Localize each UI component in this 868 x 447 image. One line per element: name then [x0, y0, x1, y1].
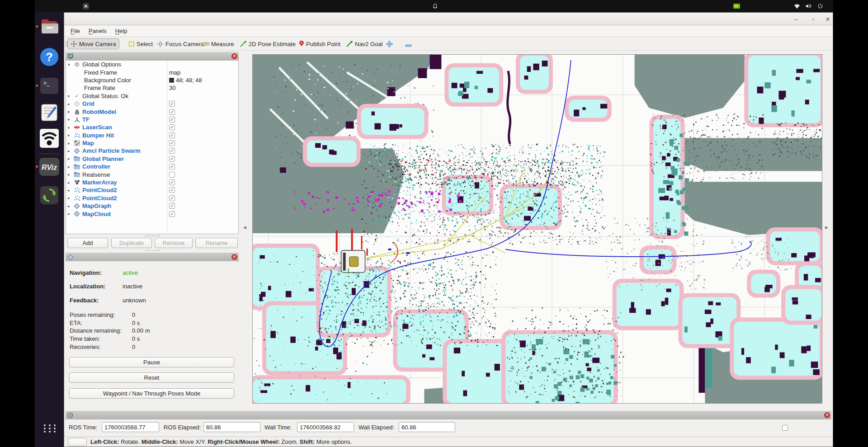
dock-item-wifi[interactable] [39, 128, 60, 149]
pause-button[interactable]: Pause [69, 357, 234, 367]
display-row-mapgraph[interactable]: ▸MapGraph✓ [66, 202, 238, 210]
minimize-button[interactable]: – [792, 15, 800, 23]
dock-item-updater[interactable] [39, 185, 60, 206]
expand-arrow-icon[interactable]: ▸ [68, 180, 72, 185]
enable-checkbox[interactable]: ✓ [169, 140, 175, 146]
duplicate-display-button[interactable]: Duplicate [111, 238, 152, 248]
dock-item-files[interactable] [39, 17, 60, 38]
enable-checkbox[interactable]: ✓ [169, 187, 175, 193]
expand-arrow-icon[interactable]: ▸ [68, 196, 72, 200]
display-row-global-options[interactable]: ▾⚙Global Options [66, 61, 238, 68]
dock-item-rviz[interactable]: RViz [39, 157, 60, 178]
show-applications-button[interactable] [44, 424, 57, 433]
volume-icon[interactable] [805, 0, 812, 12]
expand-arrow-icon[interactable]: ▸ [68, 133, 72, 137]
right-splitter-arrow-icon[interactable]: ▶ [825, 225, 828, 230]
panel-splitter-handle[interactable] [145, 249, 160, 251]
menu-file[interactable]: File [68, 27, 82, 35]
expand-arrow-icon[interactable]: ▸ [68, 165, 72, 169]
display-row-bumper-hit[interactable]: ▸Bumper Hit✓ [66, 132, 238, 139]
enable-checkbox[interactable]: ✓ [169, 148, 175, 154]
display-row-pointcloud2[interactable]: ▸PointCloud2✓ [66, 194, 238, 202]
experimental-checkbox[interactable] [782, 425, 788, 431]
add-display-button[interactable]: Add [67, 238, 108, 248]
tool-publish-point[interactable]: Publish Point [296, 38, 343, 49]
menu-help[interactable]: Help [113, 27, 130, 35]
menu-panels[interactable]: Panels [86, 27, 109, 35]
time-reset-button[interactable] [68, 438, 87, 446]
expand-arrow-icon[interactable]: ▸ [68, 141, 72, 146]
display-row-global-planner[interactable]: ▸Global Planner✓ [66, 155, 238, 163]
tool-focus-camera[interactable]: Focus Camera [154, 38, 207, 49]
display-row-background-color[interactable]: Background Color48; 48; 48 [66, 76, 238, 84]
expand-arrow-icon[interactable]: ▸ [68, 204, 72, 208]
expand-arrow-icon[interactable]: ▸ [68, 156, 72, 161]
display-row-laserscan[interactable]: ▸LaserScan✓ [66, 123, 238, 131]
display-row-pointcloud2[interactable]: ▸PointCloud2✓ [66, 186, 238, 194]
expand-arrow-icon[interactable]: ▸ [68, 172, 72, 177]
enable-checkbox[interactable]: ✓ [169, 195, 175, 201]
wifi-icon[interactable] [794, 0, 800, 12]
property-value[interactable]: 30 [169, 85, 175, 91]
expand-arrow-icon[interactable]: ▸ [68, 149, 72, 153]
time-field-input-wall-elapsed-[interactable]: 60.86 [399, 422, 455, 432]
time-close-icon[interactable]: ✕ [824, 412, 830, 418]
tool-2d-pose-estimate[interactable]: 2D Pose Estimate [237, 38, 298, 49]
expand-arrow-icon[interactable]: ▸ [68, 117, 72, 122]
3d-viewport[interactable] [252, 54, 822, 404]
gpu-mode-indicator[interactable] [733, 0, 742, 12]
display-row-mapcloud[interactable]: ▸MapCloud✓ [66, 210, 238, 217]
expand-arrow-icon[interactable]: ▸ [68, 102, 72, 106]
remove-tool-button[interactable] [402, 40, 415, 51]
rename-display-button[interactable]: Rename [195, 238, 238, 248]
maximize-button[interactable]: ▫ [809, 15, 817, 23]
enable-checkbox[interactable]: ✓ [169, 124, 175, 130]
display-row-global-status-ok[interactable]: ▸✓Global Status: Ok [66, 92, 238, 100]
enable-checkbox[interactable]: ✓ [169, 101, 175, 107]
display-row-fixed-frame[interactable]: Fixed Framemap [66, 68, 238, 76]
enable-checkbox[interactable]: ✓ [169, 132, 175, 138]
time-field-input-wall-time-[interactable]: 1760003568.82 [297, 422, 354, 432]
navigation-close-icon[interactable]: ✕ [231, 254, 237, 260]
displays-close-icon[interactable]: ✕ [231, 53, 237, 59]
enable-checkbox[interactable]: ✓ [169, 211, 175, 217]
display-row-robotmodel[interactable]: ▸RobotModel✓ [66, 108, 238, 115]
display-row-map[interactable]: ▸Map✓ [66, 139, 238, 147]
display-row-markerarray[interactable]: ▸MarkerArray✓ [66, 179, 238, 186]
enable-checkbox[interactable]: ✓ [169, 117, 175, 122]
display-row-realsense[interactable]: ▸Realsense [66, 170, 238, 178]
tool-select[interactable]: Select [126, 38, 156, 49]
dock-item-terminal[interactable]: >_ [39, 76, 60, 97]
display-row-controller[interactable]: ▸Controller✓ [66, 163, 238, 170]
enable-checkbox[interactable]: ✓ [169, 109, 175, 115]
display-row-frame-rate[interactable]: Frame Rate30 [66, 84, 238, 92]
experimental-toggle[interactable] [782, 425, 791, 431]
display-row-tf[interactable]: ▸TF✓ [66, 116, 238, 123]
add-tool-button[interactable] [383, 38, 396, 49]
property-value[interactable]: 48; 48; 48 [169, 77, 202, 84]
clock[interactable] [35, 0, 833, 12]
property-value[interactable]: map [169, 69, 180, 76]
waypoint-nav-through-poses-mode-button[interactable]: Waypoint / Nav Through Poses Mode [69, 388, 234, 399]
expand-arrow-icon[interactable]: ▸ [68, 94, 72, 98]
tool-nav2-goal[interactable]: Nav2 Goal [344, 38, 385, 49]
enable-checkbox[interactable] [169, 172, 175, 178]
enable-checkbox[interactable]: ✓ [169, 203, 175, 209]
time-field-input-ros-time-[interactable]: 1760003568.77 [102, 422, 159, 432]
tool-move-camera[interactable]: Move Camera [67, 38, 119, 49]
power-icon[interactable] [817, 0, 823, 12]
navigation-panel-header[interactable]: ✕ [66, 253, 239, 261]
display-row-grid[interactable]: ▸Grid✓ [66, 100, 238, 108]
reset-button[interactable]: Reset [69, 372, 234, 383]
left-splitter-arrow-icon[interactable]: ◀ [243, 225, 246, 230]
displays-panel-header[interactable]: ✕ [66, 52, 239, 61]
expand-arrow-icon[interactable]: ▸ [68, 125, 72, 130]
enable-checkbox[interactable]: ✓ [169, 179, 175, 185]
expand-arrow-icon[interactable]: ▸ [68, 109, 72, 114]
dock-item-editor[interactable] [39, 103, 60, 123]
display-row-amcl-particle-swarm[interactable]: ▸Amcl Particle Swarm✓ [66, 147, 238, 155]
remove-display-button[interactable]: Remove [155, 238, 193, 248]
enable-checkbox[interactable]: ✓ [169, 156, 175, 162]
close-button[interactable]: ✕ [824, 15, 832, 23]
titlebar[interactable]: – ▫ ✕ [64, 13, 833, 25]
